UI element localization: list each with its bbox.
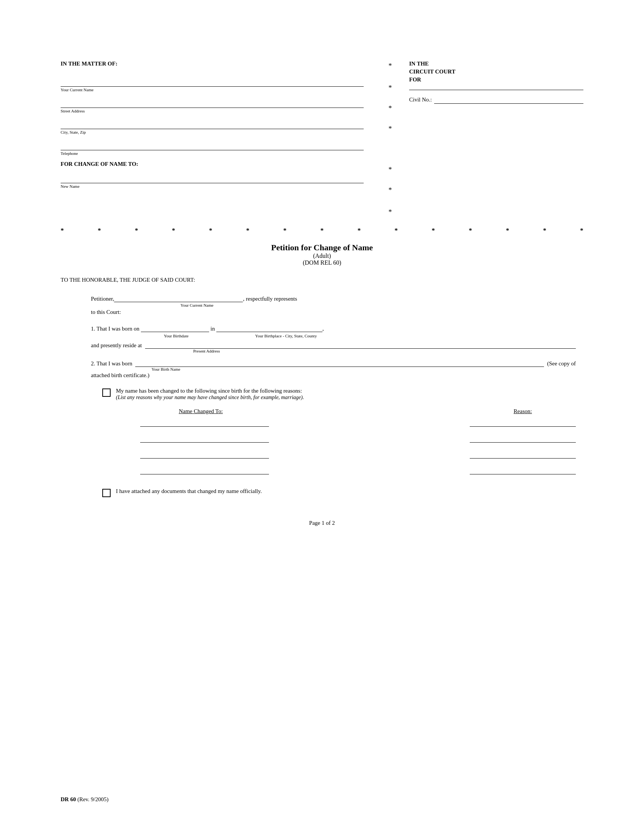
birth-name-label: Your Birth Name [91, 367, 576, 371]
checkbox1-row: My name has been changed to the followin… [102, 388, 576, 400]
checkbox2-row: I have attached any documents that chang… [102, 488, 576, 497]
checkbox1-text: My name has been changed to the followin… [116, 388, 576, 400]
birthplace-label: Your Birthplace - City, State, County [233, 334, 339, 338]
doc-footer: DR 60 (Rev. 9/2005) [61, 796, 109, 803]
honorable-text: TO THE HONORABLE, THE JUDGE OF SAID COUR… [61, 277, 583, 283]
name-changed-field-4[interactable] [140, 466, 269, 474]
birthdate-field[interactable] [141, 324, 209, 332]
in-matter-label: IN THE MATTER OF: [61, 61, 364, 67]
civil-no-input[interactable] [434, 95, 583, 104]
left-column: IN THE MATTER OF: Your Current Name Stre… [61, 61, 379, 194]
name-reason-row-2 [140, 434, 576, 442]
page: IN THE MATTER OF: Your Current Name Stre… [0, 0, 644, 833]
petitioner-prefix: Petitioner, [91, 296, 114, 302]
name-reason-row-3 [140, 450, 576, 458]
name-reason-row-4 [140, 466, 576, 474]
name-changed-col-header: Name Changed To: [140, 408, 261, 415]
rev-date: (Rev. 9/2005) [77, 796, 108, 802]
street-address-line[interactable] [61, 100, 364, 108]
petition-main-title: Petition for Change of Name [61, 243, 583, 252]
city-state-zip-label: City, State, Zip [61, 130, 364, 134]
reason-field-3[interactable] [470, 450, 576, 458]
header-section: IN THE MATTER OF: Your Current Name Stre… [61, 61, 583, 219]
item2-label: 2. That I was born [91, 360, 132, 367]
birth-name-field[interactable] [135, 359, 544, 367]
city-state-zip-line[interactable] [61, 121, 364, 129]
telephone-label: Telephone [61, 151, 364, 156]
reason-col-header: Reason: [470, 408, 576, 415]
checkbox1-italic: (List any reasons why your name may have… [116, 394, 304, 400]
present-address-label: Present Address [91, 349, 576, 353]
right-column: IN THE CIRCUIT COURT FOR Civil No.: [402, 61, 583, 104]
dr-label: DR 60 [61, 796, 76, 802]
checkbox1[interactable] [102, 389, 111, 397]
for-change-label: FOR CHANGE OF NAME TO: [61, 161, 364, 167]
checkbox1-section: My name has been changed to the followin… [91, 388, 576, 474]
birthdate-label: Your Birthdate [142, 334, 210, 338]
reason-field-1[interactable] [470, 418, 576, 427]
current-name-label: Your Current Name [61, 87, 364, 92]
body-section: Petitioner,, respectfully represents You… [61, 294, 583, 497]
petition-subtitle: (Adult) [61, 252, 583, 259]
item1-row: 1. That I was born on in , [91, 324, 576, 332]
reside-field[interactable] [145, 340, 576, 349]
name-changed-field-1[interactable] [140, 418, 269, 427]
item2-attached: attached birth certificate.) [91, 372, 576, 379]
item2-row: 2. That I was born (See copy of [91, 359, 576, 367]
court-line[interactable] [409, 90, 583, 90]
page-number-text: Page 1 of 2 [309, 520, 335, 526]
current-name-line[interactable] [61, 78, 364, 87]
name-changed-field-2[interactable] [140, 434, 269, 442]
footer-page-number: Page 1 of 2 [61, 520, 583, 526]
name-reason-row-1 [140, 418, 576, 427]
petition-title-block: Petition for Change of Name (Adult) (DOM… [61, 243, 583, 266]
checkbox2-section: I have attached any documents that chang… [91, 488, 576, 497]
item1-label: 1. That I was born on [91, 326, 139, 332]
checkbox2-text: I have attached any documents that chang… [116, 488, 576, 495]
checkbox2[interactable] [102, 489, 111, 497]
item2-suffix: (See copy of [547, 360, 576, 367]
reason-field-4[interactable] [470, 466, 576, 474]
new-name-line[interactable] [61, 175, 364, 183]
court-header-line2: CIRCUIT COURT [409, 69, 583, 75]
petitioner-name-sublabel: Your Current Name [133, 303, 261, 307]
name-reason-header: Name Changed To: Reason: [140, 408, 576, 415]
petitioner-name-field[interactable] [114, 294, 243, 302]
name-reason-table: Name Changed To: Reason: [102, 408, 576, 474]
civil-no-label: Civil No.: [409, 96, 432, 103]
name-changed-field-3[interactable] [140, 450, 269, 458]
reason-field-2[interactable] [470, 434, 576, 442]
name-reason-rows [140, 418, 576, 474]
street-address-label: Street Address [61, 109, 364, 113]
petitioner-row: Petitioner,, respectfully represents [91, 294, 576, 302]
petitioner-suffix: , respectfully represents [243, 296, 297, 302]
item1-sublabels: Your Birthdate Your Birthplace - City, S… [91, 334, 576, 338]
to-this-court: to this Court: [91, 309, 576, 315]
stars-row: * * * * * * * * * * * * * * * [61, 227, 583, 234]
new-name-label: New Name [61, 184, 364, 188]
birthplace-field[interactable] [216, 324, 322, 332]
item1-in: in [211, 326, 215, 332]
center-stars: * * * * * * * [379, 61, 402, 219]
reside-row: and presently reside at [91, 340, 576, 349]
petition-subtitle2: (DOM REL 60) [61, 259, 583, 266]
telephone-line[interactable] [61, 142, 364, 150]
civil-no-row: Civil No.: [409, 95, 583, 104]
court-header-line3: FOR [409, 77, 583, 83]
court-header-line1: IN THE [409, 61, 583, 67]
reside-label-text: and presently reside at [91, 342, 142, 349]
